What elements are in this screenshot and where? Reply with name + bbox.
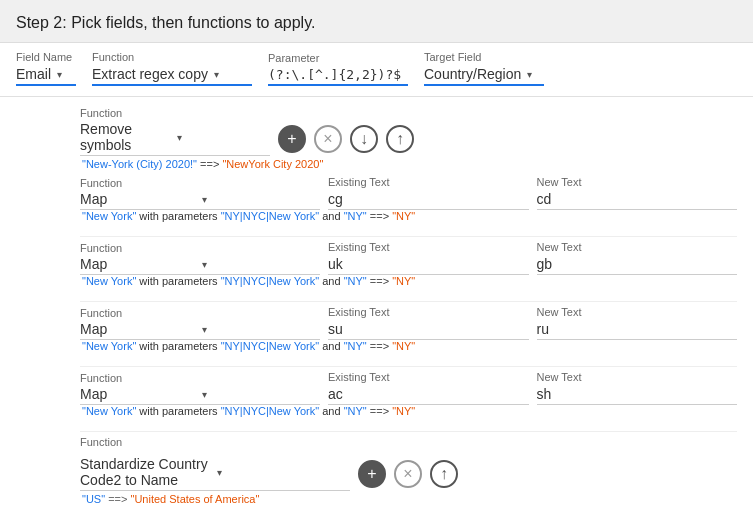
map-dropdown-3-icon[interactable]: ▾ — [202, 389, 320, 400]
map-func-3-label: Function — [80, 372, 320, 384]
map-row-2: Function Map ▾ Existing Text New Text — [80, 306, 737, 367]
field-name-group: Field Name Email ▾ — [16, 51, 76, 86]
existing-text-1-group: Existing Text — [328, 241, 529, 275]
top-row: Field Name Email ▾ Function Extract rege… — [0, 43, 753, 97]
map-func-2: Function Map ▾ — [80, 307, 320, 340]
standardize-preview: "US" ==> "United States of America" — [80, 493, 737, 505]
header: Step 2: Pick fields, then functions to a… — [0, 0, 753, 43]
parameter-label: Parameter — [268, 52, 408, 64]
move-down-button[interactable]: ↓ — [350, 125, 378, 153]
map-row-0-preview: "New York" with parameters "NY|NYC|New Y… — [80, 210, 737, 222]
remove-symbols-row: Remove symbols ▾ + × ↓ ↑ — [80, 121, 737, 156]
field-name-label: Field Name — [16, 51, 76, 63]
parameter-value[interactable]: (?:\.[^.]{2,2})?$ — [268, 67, 408, 86]
new-text-3-group: New Text — [537, 371, 738, 405]
map-row-3: Function Map ▾ Existing Text New Text — [80, 371, 737, 432]
new-text-2-group: New Text — [537, 306, 738, 340]
existing-text-0-group: Existing Text — [328, 176, 529, 210]
existing-text-3-group: Existing Text — [328, 371, 529, 405]
remove-symbols-dropdown-icon[interactable]: ▾ — [177, 132, 270, 143]
existing-text-1-input[interactable] — [328, 256, 529, 275]
standardize-label: Function — [80, 436, 737, 448]
map-dropdown-2-icon[interactable]: ▾ — [202, 324, 320, 335]
add-standardize-button[interactable]: + — [358, 460, 386, 488]
page-container: Step 2: Pick fields, then functions to a… — [0, 0, 753, 515]
standardize-row: Standardize Country Code2 to Name ▾ + × … — [80, 456, 737, 491]
map-dropdown-0-icon[interactable]: ▾ — [202, 194, 320, 205]
standardize-up-button[interactable]: ↑ — [430, 460, 458, 488]
function-label: Function — [92, 51, 252, 63]
field-name-value[interactable]: Email ▾ — [16, 66, 76, 86]
map-select-0[interactable]: Map ▾ — [80, 191, 320, 210]
existing-text-0-input[interactable] — [328, 191, 529, 210]
new-text-1-group: New Text — [537, 241, 738, 275]
content-area: Function Remove symbols ▾ + × ↓ ↑ "New-Y… — [0, 97, 753, 515]
map-row-1: Function Map ▾ Existing Text New Text — [80, 241, 737, 302]
target-field-label: Target Field — [424, 51, 544, 63]
map-dropdown-1-icon[interactable]: ▾ — [202, 259, 320, 270]
new-text-2-input[interactable] — [537, 321, 738, 340]
standardize-block: Function Standardize Country Code2 to Na… — [80, 436, 737, 505]
map-func-0: Function Map ▾ — [80, 177, 320, 210]
function-group: Function Extract regex copy ▾ — [92, 51, 252, 86]
function-dropdown-icon[interactable]: ▾ — [214, 69, 219, 80]
existing-text-2-input[interactable] — [328, 321, 529, 340]
standardize-dropdown-icon[interactable]: ▾ — [217, 467, 350, 478]
existing-text-2-group: Existing Text — [328, 306, 529, 340]
map-select-2[interactable]: Map ▾ — [80, 321, 320, 340]
map-row-0-fields: Function Map ▾ Existing Text New Text — [80, 176, 737, 210]
standardize-select[interactable]: Standardize Country Code2 to Name ▾ — [80, 456, 350, 491]
map-func-1-label: Function — [80, 242, 320, 254]
function-select[interactable]: Extract regex copy ▾ — [92, 66, 252, 86]
new-text-0-group: New Text — [537, 176, 738, 210]
map-row-0: Function Map ▾ Existing Text New Text — [80, 176, 737, 237]
parameter-group: Parameter (?:\.[^.]{2,2})?$ — [268, 52, 408, 86]
new-text-0-input[interactable] — [537, 191, 738, 210]
new-text-1-input[interactable] — [537, 256, 738, 275]
existing-text-3-input[interactable] — [328, 386, 529, 405]
target-field-group: Target Field Country/Region ▾ — [424, 51, 544, 86]
target-field-select[interactable]: Country/Region ▾ — [424, 66, 544, 86]
remove-symbols-preview: "New-York (City) 2020!" ==> "NewYork Cit… — [80, 158, 737, 170]
add-function-button[interactable]: + — [278, 125, 306, 153]
remove-symbols-label: Function — [80, 107, 737, 119]
map-row-1-preview: "New York" with parameters "NY|NYC|New Y… — [80, 275, 737, 287]
map-row-1-fields: Function Map ▾ Existing Text New Text — [80, 241, 737, 275]
map-select-3[interactable]: Map ▾ — [80, 386, 320, 405]
remove-symbols-block: Function Remove symbols ▾ + × ↓ ↑ "New-Y… — [80, 107, 737, 170]
remove-symbols-select[interactable]: Remove symbols ▾ — [80, 121, 270, 156]
map-row-3-preview: "New York" with parameters "NY|NYC|New Y… — [80, 405, 737, 417]
map-select-1[interactable]: Map ▾ — [80, 256, 320, 275]
map-rows-container: Function Map ▾ Existing Text New Text — [80, 176, 737, 432]
map-func-3: Function Map ▾ — [80, 372, 320, 405]
field-name-dropdown-icon[interactable]: ▾ — [57, 69, 62, 80]
map-func-2-label: Function — [80, 307, 320, 319]
page-title: Step 2: Pick fields, then functions to a… — [16, 14, 737, 32]
new-text-3-input[interactable] — [537, 386, 738, 405]
map-func-1: Function Map ▾ — [80, 242, 320, 275]
remove-standardize-button[interactable]: × — [394, 460, 422, 488]
move-up-button[interactable]: ↑ — [386, 125, 414, 153]
map-row-2-fields: Function Map ▾ Existing Text New Text — [80, 306, 737, 340]
map-func-0-label: Function — [80, 177, 320, 189]
remove-function-button[interactable]: × — [314, 125, 342, 153]
map-row-3-fields: Function Map ▾ Existing Text New Text — [80, 371, 737, 405]
map-row-2-preview: "New York" with parameters "NY|NYC|New Y… — [80, 340, 737, 352]
target-field-dropdown-icon[interactable]: ▾ — [527, 69, 532, 80]
